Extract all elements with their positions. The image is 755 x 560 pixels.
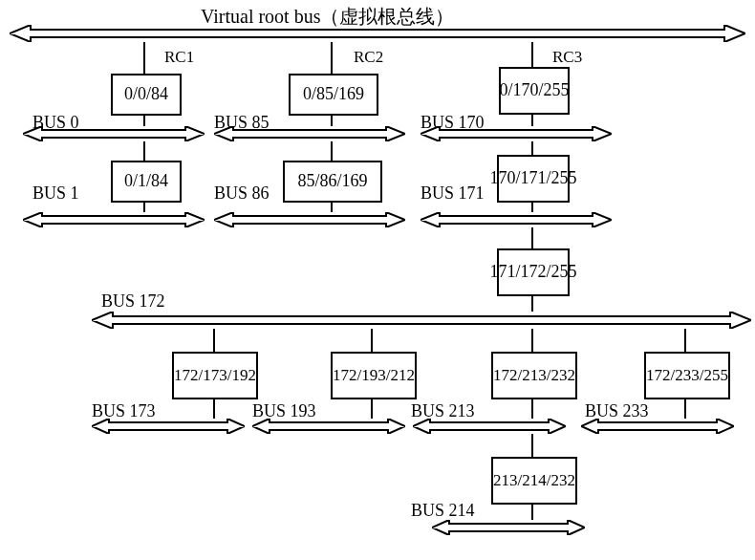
node-rc3-bot: 170/171/255: [497, 155, 570, 203]
edge-bus172-c3: [531, 329, 533, 352]
label-rc3: RC3: [552, 48, 582, 67]
edge-bus171-n3: [531, 227, 533, 248]
node-b172-2: 172/193/212: [331, 352, 417, 399]
edge-rc2top-bus85: [331, 114, 333, 126]
edge-bus213-n214: [531, 434, 533, 457]
virtual-root-bus-arrow: [10, 25, 745, 42]
node-b172-4: 172/233/255: [644, 352, 730, 399]
node-rc2-top: 0/85/169: [289, 74, 378, 116]
edge-rc3top-bus170: [531, 113, 533, 126]
bus0-arrow: [23, 126, 205, 141]
edge-bus170-rc3bot: [531, 141, 533, 155]
edge-c2-bus193: [371, 398, 373, 419]
bus86-arrow: [214, 212, 405, 227]
edge-root-rc2: [331, 42, 333, 74]
bus170-arrow: [421, 126, 612, 141]
label-bus214: BUS 214: [411, 501, 475, 521]
edge-rc2bot-bus86: [331, 201, 333, 212]
edge-bus172-c4: [684, 329, 686, 352]
node-rc1-top: 0/0/84: [111, 74, 182, 116]
edge-root-rc1: [143, 42, 145, 74]
edge-bus172-c2: [371, 329, 373, 352]
bus214-arrow: [432, 520, 585, 535]
bus171-arrow: [421, 212, 612, 227]
node-b172-3: 172/213/232: [491, 352, 577, 399]
edge-bus172-c1: [213, 329, 215, 352]
edge-rc1bot-bus1: [143, 201, 145, 212]
bus1-arrow: [23, 212, 205, 227]
edge-n214-bus214: [531, 503, 533, 520]
edge-bus0-rc1bot: [143, 141, 145, 161]
label-bus172: BUS 172: [101, 291, 165, 312]
label-rc2: RC2: [354, 48, 383, 67]
label-bus1: BUS 1: [32, 183, 79, 204]
node-b213: 213/214/232: [491, 457, 577, 505]
bus173-arrow: [92, 419, 245, 434]
edge-c4-bus233: [684, 398, 686, 419]
node-b172-1: 172/173/192: [172, 352, 258, 399]
bus193-arrow: [252, 419, 405, 434]
node-rc3-top: 0/170/255: [499, 67, 570, 115]
edge-n3-bus172: [531, 294, 533, 312]
bus85-arrow: [214, 126, 405, 141]
edge-c3-bus213: [531, 398, 533, 419]
label-rc1: RC1: [164, 48, 194, 67]
bus213-arrow: [413, 419, 566, 434]
node-rc2-bot: 85/86/169: [283, 161, 382, 203]
node-rc1-bot: 0/1/84: [111, 161, 182, 203]
edge-bus85-rc2bot: [331, 141, 333, 161]
bus233-arrow: [581, 419, 734, 434]
edge-c1-bus173: [213, 398, 215, 419]
edge-rc1top-bus0: [143, 114, 145, 126]
label-bus171: BUS 171: [421, 183, 485, 204]
label-bus86: BUS 86: [214, 183, 270, 204]
node-rc3-3: 171/172/255: [497, 248, 570, 296]
edge-root-rc3: [531, 42, 533, 67]
edge-rc3bot-bus171: [531, 201, 533, 212]
bus172-arrow: [92, 312, 751, 329]
